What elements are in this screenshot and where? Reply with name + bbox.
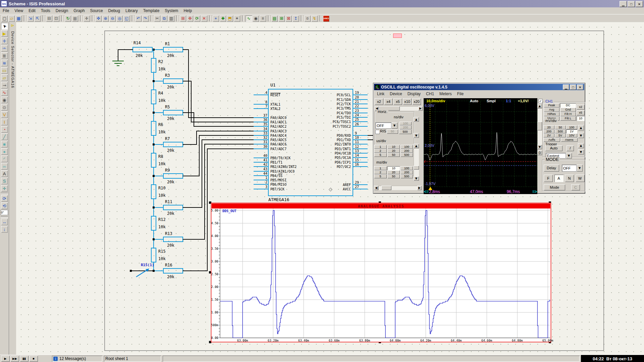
ms-500-button[interactable]: 500 [400, 174, 413, 178]
tdiv-scroll-track[interactable] [414, 148, 419, 176]
tdiv-scroll-down-icon[interactable]: ▼ [414, 176, 419, 181]
sim-step-button[interactable]: ▶▶ [10, 356, 19, 362]
wire[interactable] [183, 140, 254, 207]
resistor-body[interactable] [133, 47, 152, 52]
resistor-R4[interactable]: R410k [151, 90, 166, 104]
sim-stop-button[interactable]: ■ [29, 356, 38, 362]
voltage-probe-r15[interactable]: R15(1) [136, 263, 154, 277]
ms-10-button[interactable]: 10 [387, 166, 400, 170]
resistor-R2[interactable]: R210k [151, 58, 166, 72]
resistor-R3[interactable]: R320k [163, 73, 183, 89]
tdiv-scroll-up-icon[interactable]: ▲ [414, 144, 419, 148]
resistor-R1[interactable]: R120k [163, 42, 183, 58]
trigger-auto-button[interactable]: Auto [545, 145, 562, 151]
us-50-button[interactable]: 50 [387, 153, 400, 157]
resistor-body[interactable] [163, 110, 183, 115]
resistor-body[interactable] [151, 248, 156, 262]
vscroll-down-icon[interactable]: ▼ [537, 144, 542, 149]
us-500-button[interactable]: 500 [400, 153, 413, 157]
asens-button[interactable]: Asens [561, 138, 578, 142]
us-5-button[interactable]: 5 [374, 153, 387, 157]
graph-frame[interactable] [211, 203, 551, 342]
us-200-button[interactable]: 200 [400, 149, 413, 153]
resistor-R16[interactable]: R1620k [163, 263, 183, 279]
ms-20-button[interactable]: 20 [387, 170, 400, 174]
mode-f-button[interactable]: F [544, 175, 553, 182]
us-20-button[interactable]: 20 [387, 149, 400, 153]
ch1-filt-l-button[interactable]: Filt L [560, 116, 576, 121]
hzoom-x4-button[interactable]: x4 [384, 98, 393, 105]
resistor-R11[interactable]: R1120k [163, 199, 183, 216]
gain-x2-button[interactable]: x2 [577, 105, 585, 110]
ns-50-button[interactable]: 50 [387, 129, 398, 134]
mode-combobox[interactable]: OFF [562, 165, 577, 172]
ch1-avg-button[interactable]: Avg [544, 108, 559, 112]
wire[interactable] [183, 81, 254, 122]
ms-50-button[interactable]: 50 [387, 174, 400, 178]
vscroll-thumb[interactable] [537, 122, 542, 130]
resistor-R7[interactable]: R720k [163, 136, 183, 153]
us-2-button[interactable]: 2 [374, 149, 387, 153]
wire[interactable] [183, 135, 254, 176]
resistor-R12[interactable]: R1210k [151, 216, 166, 230]
resistor-body[interactable] [163, 79, 183, 83]
gain-10-button[interactable]: 10 [577, 116, 585, 121]
resistor-body[interactable] [151, 90, 156, 104]
ch1-hires-button[interactable]: HiRes [544, 112, 559, 116]
ch1-peak-button[interactable]: Peak [544, 103, 559, 108]
us-1-button[interactable]: 1 [374, 145, 387, 149]
vscroll-up-icon[interactable]: ▲ [537, 104, 542, 108]
hzoom-x5-button[interactable]: x5 [393, 98, 402, 105]
oscill-window[interactable]: OSCILL digital oscilloscope v.1.4.5 ▁ □ … [373, 83, 585, 194]
ns-100-button[interactable]: 100 [399, 122, 412, 125]
offset-zero-button[interactable]: 0 [537, 150, 542, 155]
resistor-R5[interactable]: R520k [163, 105, 183, 121]
mv-500-button[interactable]: 500 [555, 129, 566, 133]
hscroll-right-arrow[interactable]: ► [418, 106, 423, 111]
mv-20-button[interactable]: 20 [543, 125, 554, 129]
resistor-body[interactable] [163, 205, 183, 210]
resistor-R14[interactable]: R1420k [133, 41, 152, 58]
mv-50-button[interactable]: 50 [555, 125, 566, 129]
hzoom-x20-button[interactable]: x20 [412, 98, 421, 105]
tdiv-scroll-thumb[interactable] [414, 166, 419, 170]
resistor-body[interactable] [163, 174, 183, 178]
horiz-mode-combobox[interactable]: OFF [375, 122, 391, 129]
ms-2-button[interactable]: 2 [374, 170, 387, 174]
resistor-R15[interactable]: R1510k [151, 248, 166, 262]
ms-5-button[interactable]: 5 [374, 174, 387, 178]
gain-x5-button[interactable]: x5 [577, 110, 585, 115]
resistor-body[interactable] [163, 268, 183, 273]
us-10-button[interactable]: 10 [387, 145, 400, 149]
ns-500-button[interactable]: 500 [399, 129, 412, 134]
mode-n-button[interactable]: N [565, 175, 574, 182]
sim-pause-button[interactable]: ▮▮ [20, 356, 29, 362]
sim-play-button[interactable]: ▶ [1, 356, 10, 362]
mv-2v-button[interactable]: 2V [543, 133, 554, 137]
resistor-body[interactable] [151, 121, 156, 135]
hzoom-x2-button[interactable]: x2 [375, 98, 383, 105]
trigger-speed-dropdown-icon[interactable]: ▼ [566, 153, 572, 159]
oscilloscope-screen[interactable]: /10,0ms/divAutoSmpl1:1=1,0V/6,03V2,03V-1… [424, 98, 537, 194]
bottom-hscroll-left-arrow[interactable]: ◄ [374, 186, 378, 190]
horiz-spin-down-icon[interactable]: ▼ [414, 133, 419, 138]
ch1-gnd-button[interactable]: Gnd [560, 108, 576, 112]
message-panel[interactable]: i 12 Message(s) [52, 356, 102, 362]
mode-button[interactable]: Mode [544, 184, 565, 190]
wire[interactable] [183, 113, 254, 126]
wire[interactable] [183, 131, 254, 144]
ch1-dc-button[interactable]: DC [560, 103, 576, 108]
resistor-body[interactable] [151, 58, 156, 72]
mode-a-button[interactable]: A [554, 175, 564, 182]
resistor-R10[interactable]: R1010k [151, 185, 166, 199]
mode-w-button[interactable]: W [576, 175, 585, 182]
bottom-hscroll-right-arrow[interactable]: ► [417, 186, 422, 190]
trigger-down-icon[interactable]: ▼ [578, 149, 584, 155]
ch1-enable-checkbox[interactable]: ✓ [538, 99, 543, 103]
aoffs-button[interactable]: Aoffs [543, 138, 560, 142]
vdiv-down-icon[interactable]: ▼ [578, 133, 584, 138]
mv-1v-button[interactable]: 1V [566, 129, 577, 133]
ch1-filt-h-button[interactable]: Filt H [560, 112, 576, 116]
horiz-spin-up-icon[interactable]: ▲ [414, 117, 419, 122]
mv-10v-button[interactable]: 10V [566, 133, 577, 137]
